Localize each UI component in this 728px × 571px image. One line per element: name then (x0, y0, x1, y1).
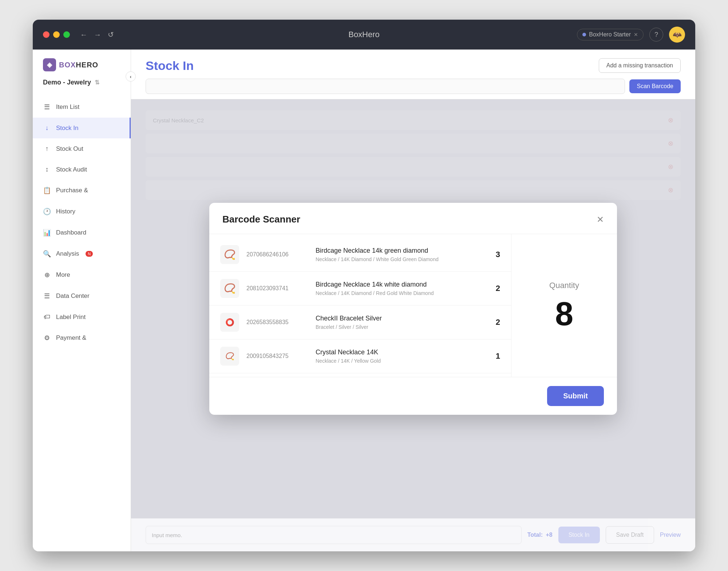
quantity-label: Quantity (549, 281, 579, 290)
minimize-dot[interactable] (53, 31, 60, 38)
page-title: Stock In (146, 59, 194, 73)
window-controls (43, 31, 70, 38)
item-info: Crystal Necklace 14K Necklace / 14K / Ye… (316, 348, 482, 364)
fullscreen-dot[interactable] (63, 31, 70, 38)
sidebar-item-label: Purchase & (56, 187, 88, 194)
sidebar-item-analysis[interactable]: 🔍 Analysis N (33, 243, 131, 264)
sidebar-item-label: Stock Audit (56, 166, 87, 173)
payment-icon: ⚙ (43, 334, 51, 342)
preview-button[interactable]: Preview (660, 532, 681, 538)
main-header: Stock In Add a missing transaction Scan … (131, 50, 695, 99)
sidebar-item-label: Stock Out (56, 145, 83, 153)
item-quantity: 2 (489, 318, 500, 327)
avatar[interactable]: 🦇 (669, 27, 685, 43)
plan-label: BoxHero Starter (589, 31, 631, 38)
item-thumbnail: ⭕ (220, 313, 239, 332)
analysis-icon: 🔍 (43, 250, 51, 258)
item-attrs: Necklace / 14K Diamond / White Gold Gree… (316, 256, 482, 262)
main-content: Stock In Add a missing transaction Scan … (131, 50, 695, 551)
item-name: Crystal Necklace 14K (316, 348, 482, 356)
item-attrs: Necklace / 14K / Yellow Gold (316, 358, 482, 364)
list-item[interactable]: 📿 2009105843275 Crystal Necklace 14K Nec… (209, 339, 511, 373)
list-item[interactable]: ⭕ 2026583558835 CheckII Bracelet Silver … (209, 306, 511, 339)
plan-badge[interactable]: BoxHero Starter ✕ (577, 29, 644, 40)
modal-body: 📿 2070686246106 Birdcage Necklace 14k gr… (209, 234, 617, 377)
memo-input[interactable] (146, 526, 522, 544)
sidebar-item-label: Analysis (56, 250, 79, 257)
modal-header: Barcode Scanner ✕ (209, 203, 617, 234)
data-center-icon: ☰ (43, 292, 51, 300)
sidebar-item-label-print[interactable]: 🏷 Label Print (33, 307, 131, 327)
item-barcode: 2070686246106 (246, 251, 308, 258)
item-name: Birdcage Necklace 14k green diamond (316, 247, 482, 255)
item-attrs: Bracelet / Silver / Silver (316, 324, 482, 330)
main-header-top: Stock In Add a missing transaction (146, 58, 681, 73)
sidebar-item-stock-in[interactable]: ↓ Stock In (33, 118, 131, 138)
search-input[interactable] (146, 79, 625, 94)
item-quantity: 1 (489, 351, 500, 361)
sidebar-item-purchase[interactable]: 📋 Purchase & (33, 180, 131, 201)
forward-button[interactable]: → (94, 31, 101, 39)
modal-right-panel: Quantity 8 (511, 234, 617, 377)
back-button[interactable]: ← (80, 31, 87, 39)
item-quantity: 2 (489, 284, 500, 293)
main-body: Crystal Necklace_C2 ⊗ ⊗ ⊗ ⊗ (131, 99, 695, 518)
sidebar-item-payment[interactable]: ⚙ Payment & (33, 327, 131, 348)
modal-list: 📿 2070686246106 Birdcage Necklace 14k gr… (209, 234, 511, 377)
save-draft-button[interactable]: Save Draft (606, 526, 654, 544)
sidebar-item-item-list[interactable]: ☰ Item List (33, 97, 131, 118)
item-list-icon: ☰ (43, 103, 51, 111)
sidebar-item-label: Dashboard (56, 229, 86, 236)
close-dot[interactable] (43, 31, 50, 38)
workspace-name: Demo - Jewelry ⇅ (33, 79, 131, 97)
sidebar-item-label: Item List (56, 103, 79, 111)
stock-audit-icon: ↕ (43, 166, 51, 173)
purchase-icon: 📋 (43, 186, 51, 194)
list-item[interactable]: 📿 2081023093741 Birdcage Necklace 14k wh… (209, 272, 511, 306)
plan-close-icon[interactable]: ✕ (634, 32, 638, 38)
refresh-button[interactable]: ↺ (108, 30, 114, 39)
item-info: Birdcage Necklace 14k green diamond Neck… (316, 247, 482, 262)
sidebar-item-stock-out[interactable]: ↑ Stock Out (33, 138, 131, 159)
modal-title: Barcode Scanner (222, 214, 300, 225)
sidebar-item-label: Label Print (56, 314, 86, 321)
submit-button[interactable]: Submit (547, 386, 604, 406)
list-item[interactable]: 📿 2070686246106 Birdcage Necklace 14k gr… (209, 238, 511, 272)
sidebar-item-label: More (56, 271, 70, 279)
help-button[interactable]: ? (649, 28, 663, 42)
app-window: ← → ↺ BoxHero BoxHero Starter ✕ ? 🦇 ◈ BO… (33, 20, 695, 551)
barcode-scanner-modal: Barcode Scanner ✕ 📿 2070686246106 (209, 203, 617, 415)
window-title: BoxHero (348, 30, 380, 39)
logo-text: BOXHERO (59, 61, 98, 69)
item-barcode: 2081023093741 (246, 285, 308, 292)
modal-footer: Submit (209, 377, 617, 415)
scan-barcode-button[interactable]: Scan Barcode (629, 79, 681, 93)
sidebar-item-stock-audit[interactable]: ↕ Stock Audit (33, 159, 131, 180)
total-value: +8 (546, 532, 552, 538)
item-thumbnail: 📿 (220, 245, 239, 264)
collapse-button[interactable]: ‹ (126, 71, 136, 82)
sidebar-item-label: Payment & (56, 334, 86, 342)
stock-in-button[interactable]: Stock In (558, 527, 600, 543)
stock-in-icon: ↓ (43, 124, 51, 132)
sidebar-item-dashboard[interactable]: 📊 Dashboard (33, 222, 131, 243)
logo-icon: ◈ (43, 58, 56, 71)
sidebar-item-label: Data Center (56, 292, 90, 300)
dashboard-icon: 📊 (43, 229, 51, 237)
sort-icon: ⇅ (95, 79, 99, 86)
modal-close-button[interactable]: ✕ (597, 215, 604, 224)
stock-out-icon: ↑ (43, 145, 51, 153)
add-missing-button[interactable]: Add a missing transaction (599, 58, 681, 73)
main-toolbar: Scan Barcode (146, 79, 681, 99)
sidebar-item-label: Stock In (56, 125, 78, 132)
item-barcode: 2026583558835 (246, 319, 308, 326)
plan-dot (582, 33, 586, 36)
sidebar-item-data-center[interactable]: ☰ Data Center (33, 286, 131, 307)
label-print-icon: 🏷 (43, 313, 51, 321)
quantity-value: 8 (555, 298, 573, 330)
total-label: Total: +8 (527, 532, 553, 538)
sidebar-item-label: History (56, 208, 75, 215)
sidebar-item-more[interactable]: ⊕ More (33, 264, 131, 286)
sidebar-item-history[interactable]: 🕐 History (33, 201, 131, 222)
modal-overlay: Barcode Scanner ✕ 📿 2070686246106 (131, 99, 695, 518)
